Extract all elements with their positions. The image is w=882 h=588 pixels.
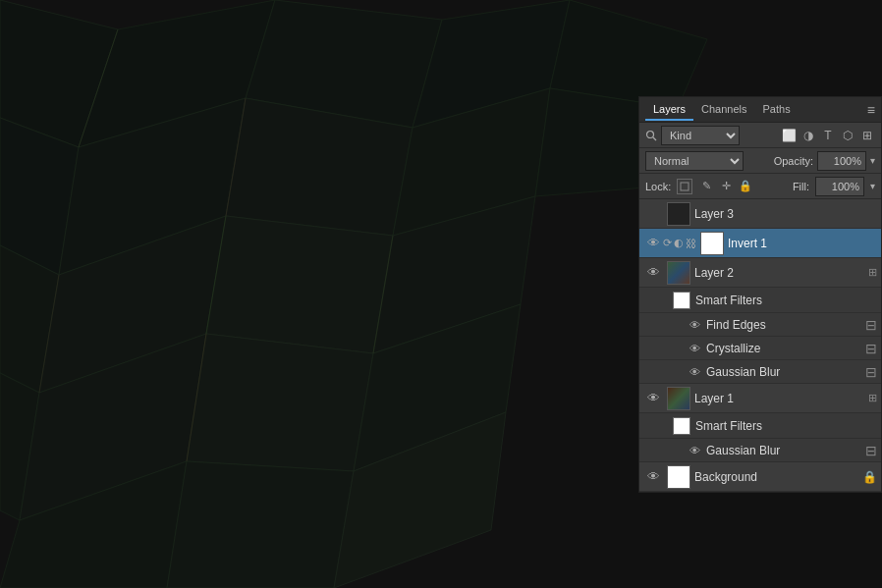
find-edges-right-icons: ⊟: [865, 317, 877, 333]
panel-tabs: Layers Channels Paths ≡: [639, 97, 881, 123]
filter-name-find-edges: Find Edges: [706, 318, 865, 332]
smart-filter-thumb-layer1: [673, 417, 690, 435]
svg-point-28: [647, 131, 654, 137]
tab-paths[interactable]: Paths: [755, 99, 799, 121]
visibility-toggle-gaussian-blur-layer2[interactable]: 👁: [685, 362, 704, 382]
smart-object-icon-layer1: ⊞: [868, 392, 877, 404]
visibility-toggle-invert1[interactable]: 👁: [643, 234, 663, 253]
table-row[interactable]: 👁 ⟳ ◐ ⛓ Invert 1: [639, 229, 881, 258]
opacity-label: Opacity:: [774, 155, 813, 167]
panel-menu-button[interactable]: ≡: [867, 102, 875, 118]
svg-line-29: [653, 137, 656, 140]
table-row[interactable]: 👁 Layer 2 ⊞: [639, 258, 881, 288]
visibility-toggle-layer3[interactable]: 👁: [643, 204, 663, 224]
visibility-toggle-layer2[interactable]: 👁: [643, 263, 663, 283]
fill-arrow[interactable]: ▾: [870, 181, 875, 191]
svg-marker-17: [187, 334, 373, 471]
lock-icons: ✎ ✛ 🔒: [677, 179, 753, 194]
svg-rect-31: [668, 203, 689, 225]
layer-link-icons-invert1: ⟳ ◐ ⛓: [663, 237, 696, 249]
filter-adjust-icon-find-edges[interactable]: ⊟: [865, 317, 877, 333]
opacity-arrow[interactable]: ▾: [870, 155, 875, 166]
layer-name-invert1: Invert 1: [728, 237, 877, 250]
fill-input[interactable]: [815, 177, 864, 196]
layer-thumbnail-layer1: [667, 387, 690, 410]
list-item[interactable]: 👁 Crystallize ⊟: [639, 337, 881, 360]
lock-icon-background: 🔒: [862, 470, 877, 484]
layer2-right-icons: ⊞: [868, 266, 877, 279]
list-item[interactable]: 👁 Gaussian Blur ⊟: [639, 439, 881, 462]
search-icon: [645, 130, 657, 141]
lock-transparent-checkbox[interactable]: [677, 179, 692, 194]
layer-name-layer1: Layer 1: [694, 392, 868, 405]
smart-filters-label-layer1: Smart Filters: [695, 419, 877, 433]
filter-name-gaussian-blur-layer2: Gaussian Blur: [706, 365, 865, 379]
layer-name-layer2: Layer 2: [694, 266, 868, 280]
visibility-toggle-background[interactable]: 👁: [643, 467, 663, 487]
filter-name-gaussian-blur-layer1: Gaussian Blur: [706, 444, 865, 457]
list-item[interactable]: Smart Filters: [639, 413, 881, 439]
lock-all-icon[interactable]: 🔒: [738, 179, 753, 194]
filter-name-crystallize: Crystallize: [706, 342, 865, 355]
smart-filter-thumb-layer2: [673, 292, 690, 309]
smart-filters-label-layer2: Smart Filters: [695, 294, 877, 307]
table-row[interactable]: 👁 Background 🔒: [639, 462, 881, 492]
filter-icon[interactable]: ◐: [674, 237, 684, 249]
visibility-toggle-layer1[interactable]: 👁: [643, 389, 663, 408]
layer-thumbnail-background: [667, 465, 690, 489]
filter-adjust-icon-gaussian-blur-layer2[interactable]: ⊟: [865, 364, 877, 380]
filter-adjust-icon-crystallize[interactable]: ⊟: [865, 341, 877, 356]
layer-thumbnail-layer2: [667, 261, 690, 285]
layer-name-layer3: Layer 3: [694, 207, 877, 221]
background-right-icons: 🔒: [862, 470, 877, 484]
gaussian-blur-layer1-right-icons: ⊟: [865, 443, 877, 458]
mask-chain-icon[interactable]: ⛓: [686, 238, 696, 249]
lock-move-icon[interactable]: ✛: [718, 179, 734, 194]
smart-object-icon: ⊞: [868, 266, 877, 279]
svg-rect-30: [681, 183, 689, 190]
gaussian-blur-layer2-right-icons: ⊟: [865, 364, 877, 380]
filter-adjust-icon-gaussian-blur-layer1[interactable]: ⊟: [865, 443, 877, 458]
list-item[interactable]: Smart Filters: [639, 288, 881, 313]
layer1-right-icons: ⊞: [868, 392, 877, 404]
lock-label: Lock:: [645, 181, 671, 192]
svg-marker-20: [167, 461, 354, 588]
lock-fill-row: Lock: ✎ ✛ 🔒 Fill: ▾: [639, 174, 881, 199]
layers-list: 👁 Layer 3 👁 ⟳ ◐ ⛓ Invert 1 👁 Layer 2: [639, 199, 881, 492]
filter-shape-icon[interactable]: ⬡: [840, 128, 855, 143]
layer-name-background: Background: [694, 470, 862, 484]
filter-smart-icon[interactable]: ⊞: [859, 128, 875, 143]
filter-type-icon[interactable]: T: [820, 128, 836, 143]
link-icon[interactable]: ⟳: [663, 237, 672, 249]
layer-thumbnail-invert1: [700, 232, 724, 255]
filter-kind-row: Kind ⬜ ◑ T ⬡ ⊞: [639, 123, 881, 148]
tab-channels[interactable]: Channels: [693, 99, 754, 121]
list-item[interactable]: 👁 Find Edges ⊟: [639, 313, 881, 337]
svg-marker-13: [206, 216, 393, 353]
blend-opacity-row: Normal Opacity: ▾: [639, 148, 881, 174]
tab-layers[interactable]: Layers: [645, 99, 693, 121]
filter-icons: ⬜ ◑ T ⬡ ⊞: [781, 128, 875, 143]
filter-pixel-icon[interactable]: ⬜: [781, 128, 797, 143]
kind-select[interactable]: Kind: [661, 126, 740, 145]
layers-panel: Layers Channels Paths ≡ Kind ⬜ ◑ T ⬡ ⊞ N…: [638, 96, 882, 493]
layer-thumbnail-layer3: [667, 202, 690, 226]
visibility-toggle-crystallize[interactable]: 👁: [685, 339, 704, 358]
filter-adjustment-icon[interactable]: ◑: [800, 128, 816, 143]
table-row[interactable]: 👁 Layer 1 ⊞: [639, 384, 881, 413]
fill-label: Fill:: [793, 181, 809, 192]
visibility-toggle-find-edges[interactable]: 👁: [685, 315, 704, 335]
lock-paint-icon[interactable]: ✎: [698, 179, 714, 194]
crystallize-right-icons: ⊟: [865, 341, 877, 356]
blend-mode-select[interactable]: Normal: [645, 151, 744, 171]
opacity-input[interactable]: [817, 151, 866, 171]
table-row[interactable]: 👁 Layer 3: [639, 199, 881, 229]
visibility-toggle-gaussian-blur-layer1[interactable]: 👁: [685, 441, 704, 460]
list-item[interactable]: 👁 Gaussian Blur ⊟: [639, 360, 881, 384]
search-icon-wrap: [645, 130, 657, 141]
